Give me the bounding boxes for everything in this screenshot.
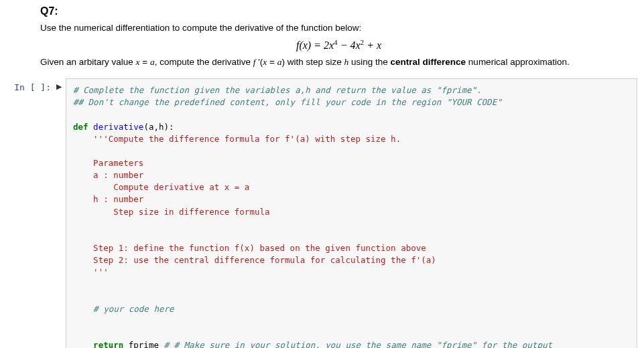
- question-intro: Use the numerical differentiation to com…: [40, 23, 637, 33]
- question-detail: Given an arbitary value x = a, compute t…: [40, 57, 637, 68]
- cell-prompt: In [ ]:: [4, 78, 56, 92]
- markdown-cell: Q7: Use the numerical differentiation to…: [0, 0, 644, 78]
- notebook-view: Q7: Use the numerical differentiation to…: [0, 0, 644, 348]
- code-cell[interactable]: In [ ]: ▶ # Complete the function given …: [0, 78, 644, 348]
- run-icon[interactable]: ▶: [56, 78, 66, 91]
- code-input[interactable]: # Complete the function given the variab…: [66, 78, 637, 348]
- question-title: Q7:: [40, 5, 637, 17]
- question-formula: f(x) = 2x4 − 4x2 + x: [40, 38, 637, 52]
